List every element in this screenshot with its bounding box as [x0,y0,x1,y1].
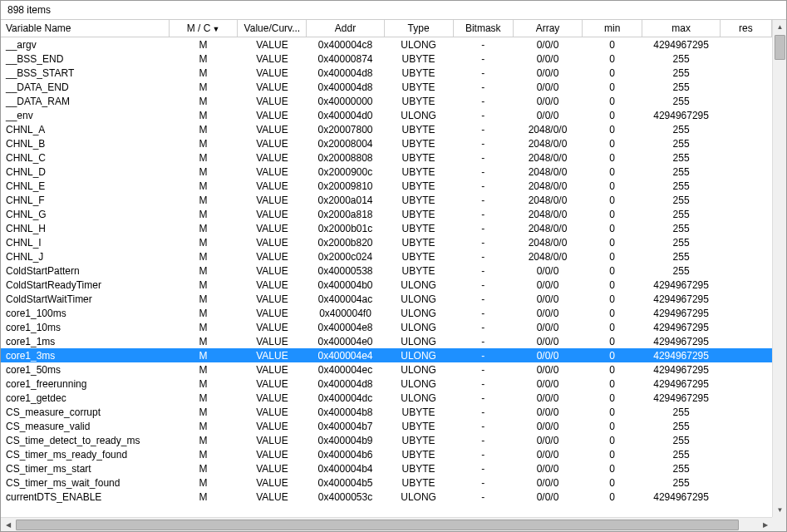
cell-res [720,193,771,207]
cell-addr: 0x400004b0 [307,278,384,292]
table-row[interactable]: CHNL_GMVALUE0x2000a818UBYTE-2048/0/00255 [1,207,772,221]
cell-type: ULONG [384,362,453,377]
table-row[interactable]: CHNL_BMVALUE0x20008004UBYTE-2048/0/00255 [1,136,772,150]
cell-val: VALUE [238,150,307,165]
col-header-max[interactable]: max [642,20,720,37]
cell-type: UBYTE [384,221,453,235]
table-row[interactable]: CHNL_DMVALUE0x2000900cUBYTE-2048/0/00255 [1,165,772,179]
table-row[interactable]: __argvMVALUE0x400004c8ULONG-0/0/00429496… [1,37,772,52]
table-row[interactable]: __BSS_ENDMVALUE0x40000874UBYTE-0/0/00255 [1,52,772,66]
col-header-mc-label: M / C [187,22,211,34]
horizontal-scrollbar[interactable]: ◀ ▶ [1,517,772,531]
col-header-name[interactable]: Variable Name [1,20,169,37]
table-row[interactable]: CHNL_HMVALUE0x2000b01cUBYTE-2048/0/00255 [1,221,772,235]
cell-mc: M [169,447,238,461]
table-row[interactable]: core1_3msMVALUE0x400004e4ULONG-0/0/00429… [1,348,772,362]
cell-val: VALUE [238,66,307,80]
hscroll-thumb[interactable] [16,520,739,530]
col-header-val[interactable]: Value/Curv... [238,20,307,37]
cell-mc: M [169,292,238,306]
scroll-down-icon[interactable]: ▼ [773,503,786,517]
cell-arr: 0/0/0 [514,461,583,475]
table-row[interactable]: core1_100msMVALUE0x400004f0ULONG-0/0/004… [1,306,772,320]
col-header-res[interactable]: res [720,20,771,37]
cell-max: 255 [642,80,720,94]
cell-name: CS_timer_ms_ready_found [1,447,169,461]
cell-arr: 0/0/0 [514,80,583,94]
cell-type: ULONG [384,320,453,334]
cell-name: core1_3ms [1,348,169,362]
table-row[interactable]: __envMVALUE0x400004d0ULONG-0/0/004294967… [1,108,772,122]
col-header-addr[interactable]: Addr [307,20,384,37]
table-row[interactable]: core1_1msMVALUE0x400004e0ULONG-0/0/00429… [1,334,772,348]
variables-table: Variable Name M / C▼ Value/Curv... Addr … [1,20,772,504]
cell-val: VALUE [238,221,307,235]
table-row[interactable]: __DATA_RAMMVALUE0x40000000UBYTE-0/0/0025… [1,94,772,108]
cell-name: CHNL_B [1,136,169,150]
table-row[interactable]: CS_time_detect_to_ready_msMVALUE0x400004… [1,433,772,447]
table-row[interactable]: CHNL_EMVALUE0x20009810UBYTE-2048/0/00255 [1,179,772,193]
cell-bit: - [453,37,514,52]
table-row[interactable]: CS_timer_ms_wait_foundMVALUE0x400004b5UB… [1,475,772,490]
table-row[interactable]: CHNL_IMVALUE0x2000b820UBYTE-2048/0/00255 [1,235,772,249]
cell-type: UBYTE [384,165,453,179]
table-row[interactable]: CS_measure_corruptMVALUE0x400004b8UBYTE-… [1,405,772,419]
scroll-right-icon[interactable]: ▶ [758,518,772,532]
vscroll-thumb[interactable] [775,35,785,60]
table-row[interactable]: CS_timer_ms_ready_foundMVALUE0x400004b6U… [1,447,772,461]
table-row[interactable]: currentDTS_ENABLEMVALUE0x4000053cULONG-0… [1,490,772,504]
header-row: Variable Name M / C▼ Value/Curv... Addr … [1,20,772,37]
col-header-mc[interactable]: M / C▼ [169,20,238,37]
table-row[interactable]: core1_50msMVALUE0x400004ecULONG-0/0/0042… [1,362,772,377]
table-body: __argvMVALUE0x400004c8ULONG-0/0/00429496… [1,37,772,505]
col-header-arr[interactable]: Array [514,20,583,37]
cell-addr: 0x400004e8 [307,320,384,334]
col-header-min[interactable]: min [582,20,642,37]
scroll-up-icon[interactable]: ▲ [773,20,786,34]
col-header-bit[interactable]: Bitmask [453,20,514,37]
cell-max: 255 [642,475,720,490]
cell-addr: 0x20008004 [307,136,384,150]
cell-val: VALUE [238,348,307,362]
cell-max: 255 [642,221,720,235]
cell-addr: 0x4000053c [307,490,384,504]
table-row[interactable]: CHNL_CMVALUE0x20008808UBYTE-2048/0/00255 [1,150,772,165]
cell-name: ColdStartReadyTimer [1,278,169,292]
table-row[interactable]: __DATA_ENDMVALUE0x400004d8UBYTE-0/0/0025… [1,80,772,94]
cell-min: 0 [582,362,642,377]
cell-max: 255 [642,235,720,249]
table-row[interactable]: core1_freerunningMVALUE0x400004d8ULONG-0… [1,377,772,391]
cell-arr: 0/0/0 [514,108,583,122]
cell-res [720,461,771,475]
table-row[interactable]: core1_10msMVALUE0x400004e8ULONG-0/0/0042… [1,320,772,334]
col-header-type[interactable]: Type [384,20,453,37]
cell-val: VALUE [238,391,307,405]
cell-max: 255 [642,461,720,475]
cell-res [720,80,771,94]
cell-res [720,377,771,391]
table-row[interactable]: CS_timer_ms_startMVALUE0x400004b4UBYTE-0… [1,461,772,475]
vertical-scrollbar[interactable]: ▲ ▼ [772,20,786,517]
table-row[interactable]: ColdStartReadyTimerMVALUE0x400004b0ULONG… [1,278,772,292]
cell-type: UBYTE [384,405,453,419]
table-row[interactable]: CHNL_FMVALUE0x2000a014UBYTE-2048/0/00255 [1,193,772,207]
table-row[interactable]: core1_getdecMVALUE0x400004dcULONG-0/0/00… [1,391,772,405]
cell-val: VALUE [238,490,307,504]
cell-val: VALUE [238,334,307,348]
cell-name: CS_timer_ms_start [1,461,169,475]
table-row[interactable]: CHNL_JMVALUE0x2000c024UBYTE-2048/0/00255 [1,249,772,264]
scroll-left-icon[interactable]: ◀ [1,518,15,532]
table-row[interactable]: CS_measure_validMVALUE0x400004b7UBYTE-0/… [1,419,772,433]
cell-type: UBYTE [384,193,453,207]
cell-mc: M [169,362,238,377]
table-row[interactable]: ColdStartWaitTimerMVALUE0x400004acULONG-… [1,292,772,306]
cell-name: core1_freerunning [1,377,169,391]
table-row[interactable]: __BSS_STARTMVALUE0x400004d8UBYTE-0/0/002… [1,66,772,80]
cell-arr: 0/0/0 [514,278,583,292]
table-row[interactable]: ColdStartPatternMVALUE0x40000538UBYTE-0/… [1,264,772,278]
cell-arr: 2048/0/0 [514,221,583,235]
cell-name: ColdStartWaitTimer [1,292,169,306]
cell-mc: M [169,235,238,249]
table-row[interactable]: CHNL_AMVALUE0x20007800UBYTE-2048/0/00255 [1,122,772,136]
cell-min: 0 [582,475,642,490]
